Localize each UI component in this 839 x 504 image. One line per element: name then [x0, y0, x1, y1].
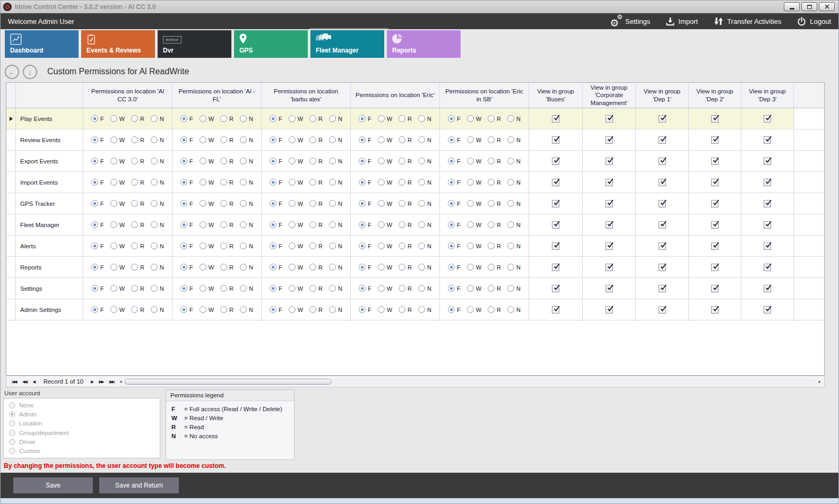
group-checkbox[interactable]	[764, 221, 771, 229]
permission-radio-F[interactable]: F	[359, 158, 371, 164]
permission-radio-N[interactable]: N	[151, 306, 164, 313]
scroll-right-icon[interactable]: ▸	[818, 379, 821, 384]
permission-radio-W[interactable]: W	[200, 158, 214, 164]
permission-radio-W[interactable]: W	[378, 136, 392, 143]
group-checkbox[interactable]	[552, 136, 559, 144]
group-checkbox[interactable]	[552, 306, 559, 314]
group-checkbox[interactable]	[606, 221, 613, 229]
group-checkbox[interactable]	[659, 264, 666, 271]
group-checkbox[interactable]	[606, 200, 613, 207]
permission-radio-W[interactable]: W	[110, 158, 125, 164]
close-button[interactable]	[819, 2, 835, 11]
permission-radio-R[interactable]: R	[399, 285, 412, 292]
permission-radio-R[interactable]: R	[488, 306, 501, 313]
user-account-option-none[interactable]: None	[9, 402, 154, 409]
permission-radio-N[interactable]: N	[507, 306, 521, 313]
permission-radio-F[interactable]: F	[180, 306, 193, 313]
permission-radio-W[interactable]: W	[378, 200, 392, 207]
permission-radio-N[interactable]: N	[418, 306, 431, 313]
permission-radio-N[interactable]: N	[418, 158, 431, 164]
permission-radio-W[interactable]: W	[200, 136, 214, 143]
permission-radio-R[interactable]: R	[131, 221, 144, 228]
tab-dashboard[interactable]: Dashboard	[5, 30, 79, 58]
permission-radio-N[interactable]: N	[151, 221, 164, 228]
permission-radio-N[interactable]: N	[151, 115, 164, 122]
permission-radio-F[interactable]: F	[180, 115, 193, 122]
maximize-button[interactable]	[801, 2, 817, 11]
back-button[interactable]: ←	[5, 65, 19, 79]
group-checkbox[interactable]	[711, 200, 719, 207]
group-checkbox[interactable]	[711, 264, 719, 271]
permission-radio-F[interactable]: F	[91, 179, 104, 186]
permission-radio-F[interactable]: F	[91, 158, 104, 164]
permission-radio-N[interactable]: N	[240, 306, 253, 313]
user-account-option-group-department[interactable]: Group/department	[9, 430, 154, 436]
permission-radio-R[interactable]: R	[309, 179, 323, 186]
permission-radio-R[interactable]: R	[309, 221, 323, 228]
permission-radio-W[interactable]: W	[467, 115, 481, 122]
permission-radio-W[interactable]: W	[110, 221, 125, 228]
permission-radio-R[interactable]: R	[220, 158, 233, 164]
scroll-down-button[interactable]: ↓	[23, 65, 37, 79]
permission-radio-N[interactable]: N	[507, 136, 521, 143]
group-checkbox[interactable]	[552, 179, 559, 186]
group-checkbox[interactable]	[764, 264, 771, 271]
permission-radio-N[interactable]: N	[507, 179, 521, 186]
last-record-button[interactable]: ▶▶|	[109, 379, 114, 384]
settings-button[interactable]: ⚙⚙ Settings	[610, 16, 650, 27]
permission-radio-R[interactable]: R	[488, 221, 501, 228]
permission-radio-R[interactable]: R	[131, 179, 144, 186]
group-checkbox[interactable]	[711, 242, 719, 250]
permission-radio-F[interactable]: F	[270, 136, 282, 143]
permission-radio-N[interactable]: N	[507, 221, 521, 228]
permission-radio-W[interactable]: W	[467, 306, 481, 313]
user-account-option-driver[interactable]: Driver	[9, 439, 154, 445]
permission-radio-F[interactable]: F	[448, 285, 461, 292]
permission-radio-N[interactable]: N	[329, 242, 342, 249]
permission-radio-R[interactable]: R	[220, 285, 233, 292]
permission-radio-W[interactable]: W	[110, 115, 125, 122]
permission-radio-N[interactable]: N	[151, 200, 164, 207]
permission-radio-F[interactable]: F	[448, 158, 461, 164]
permission-radio-W[interactable]: W	[110, 179, 125, 186]
permission-radio-N[interactable]: N	[329, 115, 342, 122]
scroll-left-icon[interactable]: ◂	[119, 379, 122, 384]
permission-radio-R[interactable]: R	[488, 179, 501, 186]
permission-radio-W[interactable]: W	[289, 115, 303, 122]
permission-radio-W[interactable]: W	[378, 115, 392, 122]
permission-radio-R[interactable]: R	[220, 200, 233, 207]
permission-radio-N[interactable]: N	[240, 136, 253, 143]
permission-radio-R[interactable]: R	[131, 200, 144, 207]
permission-radio-W[interactable]: W	[110, 306, 125, 313]
permission-radio-F[interactable]: F	[448, 179, 461, 186]
permission-radio-R[interactable]: R	[220, 179, 233, 186]
permission-radio-W[interactable]: W	[467, 200, 481, 207]
permission-radio-W[interactable]: W	[200, 115, 214, 122]
permission-radio-W[interactable]: W	[110, 264, 125, 271]
permission-radio-W[interactable]: W	[110, 136, 125, 143]
permission-radio-W[interactable]: W	[378, 179, 392, 186]
save-button[interactable]: Save	[13, 477, 93, 493]
permission-radio-N[interactable]: N	[418, 179, 431, 186]
permission-radio-N[interactable]: N	[418, 264, 431, 271]
permission-radio-F[interactable]: F	[180, 285, 193, 292]
group-checkbox[interactable]	[764, 136, 771, 144]
permission-radio-R[interactable]: R	[399, 242, 412, 249]
permission-radio-R[interactable]: R	[220, 221, 233, 228]
permission-radio-N[interactable]: N	[329, 200, 342, 207]
user-account-option-admin[interactable]: Admin	[9, 411, 154, 418]
permission-radio-R[interactable]: R	[488, 264, 501, 271]
permission-radio-F[interactable]: F	[91, 264, 104, 271]
user-account-option-custom[interactable]: Custom	[9, 448, 154, 454]
permission-radio-W[interactable]: W	[200, 306, 214, 313]
group-checkbox[interactable]	[764, 306, 771, 314]
permission-radio-R[interactable]: R	[309, 285, 323, 292]
permission-radio-F[interactable]: F	[448, 306, 461, 313]
group-checkbox[interactable]	[606, 136, 613, 144]
permission-radio-N[interactable]: N	[507, 242, 521, 249]
permission-radio-W[interactable]: W	[467, 179, 481, 186]
permission-radio-R[interactable]: R	[488, 158, 501, 164]
permission-radio-F[interactable]: F	[180, 158, 193, 164]
save-and-return-button[interactable]: Save and Return	[99, 477, 179, 493]
permission-radio-F[interactable]: F	[180, 200, 193, 207]
